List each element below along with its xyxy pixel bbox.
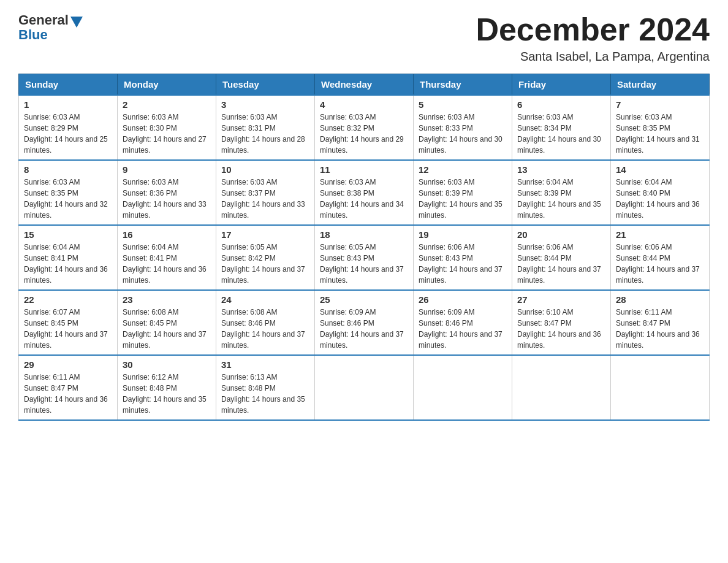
day-info: Sunrise: 6:03 AMSunset: 8:39 PMDaylight:…: [419, 178, 502, 220]
day-info: Sunrise: 6:13 AMSunset: 8:48 PMDaylight:…: [221, 373, 305, 415]
day-number: 16: [123, 229, 211, 240]
table-row: 5 Sunrise: 6:03 AMSunset: 8:33 PMDayligh…: [414, 95, 512, 160]
day-info: Sunrise: 6:03 AMSunset: 8:38 PMDaylight:…: [320, 178, 404, 220]
day-number: 14: [616, 164, 704, 175]
table-row: 10 Sunrise: 6:03 AMSunset: 8:37 PMDaylig…: [216, 160, 315, 225]
day-number: 28: [616, 294, 704, 305]
day-number: 21: [616, 229, 704, 240]
day-info: Sunrise: 6:08 AMSunset: 8:46 PMDaylight:…: [221, 308, 305, 350]
table-row: 17 Sunrise: 6:05 AMSunset: 8:42 PMDaylig…: [216, 225, 315, 290]
table-row: 31 Sunrise: 6:13 AMSunset: 8:48 PMDaylig…: [216, 355, 315, 420]
calendar-week-3: 15 Sunrise: 6:04 AMSunset: 8:41 PMDaylig…: [19, 225, 710, 290]
day-number: 17: [221, 229, 309, 240]
table-row: 11 Sunrise: 6:03 AMSunset: 8:38 PMDaylig…: [315, 160, 414, 225]
day-number: 10: [221, 164, 309, 175]
day-number: 13: [517, 164, 605, 175]
table-row: 9 Sunrise: 6:03 AMSunset: 8:36 PMDayligh…: [118, 160, 216, 225]
day-info: Sunrise: 6:03 AMSunset: 8:30 PMDaylight:…: [123, 113, 207, 155]
day-info: Sunrise: 6:03 AMSunset: 8:36 PMDaylight:…: [123, 178, 207, 220]
day-info: Sunrise: 6:05 AMSunset: 8:42 PMDaylight:…: [221, 243, 305, 285]
day-info: Sunrise: 6:11 AMSunset: 8:47 PMDaylight:…: [24, 373, 108, 415]
day-info: Sunrise: 6:03 AMSunset: 8:29 PMDaylight:…: [24, 113, 108, 155]
calendar-week-5: 29 Sunrise: 6:11 AMSunset: 8:47 PMDaylig…: [19, 355, 710, 420]
day-info: Sunrise: 6:08 AMSunset: 8:45 PMDaylight:…: [123, 308, 207, 350]
day-number: 19: [419, 229, 507, 240]
calendar-header-row: Sunday Monday Tuesday Wednesday Thursday…: [19, 74, 710, 96]
table-row: 24 Sunrise: 6:08 AMSunset: 8:46 PMDaylig…: [216, 290, 315, 355]
day-info: Sunrise: 6:10 AMSunset: 8:47 PMDaylight:…: [517, 308, 601, 350]
table-row: 6 Sunrise: 6:03 AMSunset: 8:34 PMDayligh…: [512, 95, 611, 160]
day-number: 18: [320, 229, 408, 240]
day-number: 29: [24, 359, 112, 370]
day-info: Sunrise: 6:03 AMSunset: 8:31 PMDaylight:…: [221, 113, 305, 155]
logo-blue-text: Blue: [18, 27, 48, 43]
day-number: 27: [517, 294, 605, 305]
table-row: 13 Sunrise: 6:04 AMSunset: 8:39 PMDaylig…: [512, 160, 611, 225]
day-number: 9: [123, 164, 211, 175]
calendar-table: Sunday Monday Tuesday Wednesday Thursday…: [18, 74, 710, 421]
table-row: 25 Sunrise: 6:09 AMSunset: 8:46 PMDaylig…: [315, 290, 414, 355]
day-number: 15: [24, 229, 112, 240]
day-info: Sunrise: 6:04 AMSunset: 8:40 PMDaylight:…: [616, 178, 700, 220]
table-row: 21 Sunrise: 6:06 AMSunset: 8:44 PMDaylig…: [611, 225, 710, 290]
day-info: Sunrise: 6:06 AMSunset: 8:44 PMDaylight:…: [517, 243, 601, 285]
day-number: 8: [24, 164, 112, 175]
table-row: 3 Sunrise: 6:03 AMSunset: 8:31 PMDayligh…: [216, 95, 315, 160]
col-tuesday: Tuesday: [216, 74, 315, 96]
table-row: 1 Sunrise: 6:03 AMSunset: 8:29 PMDayligh…: [19, 95, 118, 160]
title-section: December 2024 Santa Isabel, La Pampa, Ar…: [476, 12, 710, 64]
table-row: 18 Sunrise: 6:05 AMSunset: 8:43 PMDaylig…: [315, 225, 414, 290]
day-number: 31: [221, 359, 309, 370]
table-row: 2 Sunrise: 6:03 AMSunset: 8:30 PMDayligh…: [118, 95, 216, 160]
day-info: Sunrise: 6:07 AMSunset: 8:45 PMDaylight:…: [24, 308, 108, 350]
table-row: 14 Sunrise: 6:04 AMSunset: 8:40 PMDaylig…: [611, 160, 710, 225]
day-number: 7: [616, 99, 704, 110]
table-row: 20 Sunrise: 6:06 AMSunset: 8:44 PMDaylig…: [512, 225, 611, 290]
day-number: 6: [517, 99, 605, 110]
logo: General Blue: [18, 12, 85, 43]
table-row: 30 Sunrise: 6:12 AMSunset: 8:48 PMDaylig…: [118, 355, 216, 420]
day-info: Sunrise: 6:06 AMSunset: 8:44 PMDaylight:…: [616, 243, 700, 285]
table-row: [611, 355, 710, 420]
calendar-week-4: 22 Sunrise: 6:07 AMSunset: 8:45 PMDaylig…: [19, 290, 710, 355]
day-number: 12: [419, 164, 507, 175]
day-number: 24: [221, 294, 309, 305]
table-row: 16 Sunrise: 6:04 AMSunset: 8:41 PMDaylig…: [118, 225, 216, 290]
table-row: 27 Sunrise: 6:10 AMSunset: 8:47 PMDaylig…: [512, 290, 611, 355]
day-info: Sunrise: 6:03 AMSunset: 8:35 PMDaylight:…: [24, 178, 108, 220]
table-row: 23 Sunrise: 6:08 AMSunset: 8:45 PMDaylig…: [118, 290, 216, 355]
day-info: Sunrise: 6:03 AMSunset: 8:33 PMDaylight:…: [419, 113, 502, 155]
table-row: 26 Sunrise: 6:09 AMSunset: 8:46 PMDaylig…: [414, 290, 512, 355]
month-title: December 2024: [476, 12, 710, 47]
day-info: Sunrise: 6:04 AMSunset: 8:39 PMDaylight:…: [517, 178, 601, 220]
table-row: [414, 355, 512, 420]
table-row: 15 Sunrise: 6:04 AMSunset: 8:41 PMDaylig…: [19, 225, 118, 290]
table-row: 19 Sunrise: 6:06 AMSunset: 8:43 PMDaylig…: [414, 225, 512, 290]
table-row: [512, 355, 611, 420]
table-row: 7 Sunrise: 6:03 AMSunset: 8:35 PMDayligh…: [611, 95, 710, 160]
page-header: General Blue December 2024 Santa Isabel,…: [18, 12, 710, 64]
table-row: 29 Sunrise: 6:11 AMSunset: 8:47 PMDaylig…: [19, 355, 118, 420]
table-row: 8 Sunrise: 6:03 AMSunset: 8:35 PMDayligh…: [19, 160, 118, 225]
col-friday: Friday: [512, 74, 611, 96]
col-sunday: Sunday: [19, 74, 118, 96]
day-info: Sunrise: 6:11 AMSunset: 8:47 PMDaylight:…: [616, 308, 700, 350]
col-thursday: Thursday: [414, 74, 512, 96]
table-row: [315, 355, 414, 420]
col-wednesday: Wednesday: [315, 74, 414, 96]
day-info: Sunrise: 6:12 AMSunset: 8:48 PMDaylight:…: [123, 373, 207, 415]
table-row: 4 Sunrise: 6:03 AMSunset: 8:32 PMDayligh…: [315, 95, 414, 160]
day-number: 25: [320, 294, 408, 305]
col-monday: Monday: [118, 74, 216, 96]
day-number: 26: [419, 294, 507, 305]
day-info: Sunrise: 6:09 AMSunset: 8:46 PMDaylight:…: [320, 308, 404, 350]
day-info: Sunrise: 6:04 AMSunset: 8:41 PMDaylight:…: [123, 243, 207, 285]
day-info: Sunrise: 6:05 AMSunset: 8:43 PMDaylight:…: [320, 243, 404, 285]
day-info: Sunrise: 6:09 AMSunset: 8:46 PMDaylight:…: [419, 308, 502, 350]
col-saturday: Saturday: [611, 74, 710, 96]
logo-triangle-icon: [70, 17, 83, 28]
day-number: 20: [517, 229, 605, 240]
calendar-week-1: 1 Sunrise: 6:03 AMSunset: 8:29 PMDayligh…: [19, 95, 710, 160]
day-number: 11: [320, 164, 408, 175]
table-row: 22 Sunrise: 6:07 AMSunset: 8:45 PMDaylig…: [19, 290, 118, 355]
